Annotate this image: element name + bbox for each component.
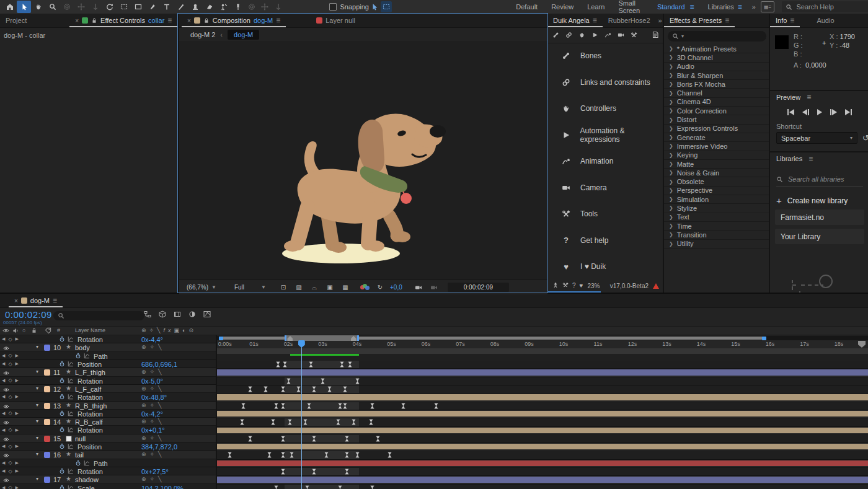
keyframe-navigator[interactable]: ◀◇▶: [2, 393, 24, 400]
layer-row-L_F_thigh[interactable]: ▾11★L_F_thigh⊛✧╲: [0, 368, 216, 376]
layer-row-body[interactable]: ▾10★body⊛✧╲: [0, 343, 216, 351]
type-tool-icon[interactable]: [159, 1, 174, 13]
composition-mini-flowchart-icon[interactable]: [144, 311, 151, 319]
effects-category[interactable]: ❯Time: [664, 222, 770, 231]
layer-row-null[interactable]: ▾15null⊛✧╲: [0, 434, 216, 443]
work-area-start-grip[interactable]: [287, 336, 293, 341]
workspace-standard[interactable]: Standard: [657, 3, 685, 11]
keyframe-navigator[interactable]: ◀◇▶: [2, 410, 24, 417]
duik-item-animation[interactable]: Animation: [547, 148, 664, 175]
panel-menu-icon[interactable]: ≡: [807, 93, 811, 102]
graph-icon[interactable]: [68, 443, 74, 451]
keyframe-icon[interactable]: [296, 386, 301, 392]
effects-category[interactable]: ❯Keying: [664, 151, 770, 160]
keyframe-icon[interactable]: [248, 386, 252, 392]
workspace-menu-icon[interactable]: ≡: [690, 2, 694, 11]
duik-item-i-duik[interactable]: ♥I ♥ Duik: [547, 253, 664, 280]
duik-item-controllers[interactable]: Controllers: [547, 95, 664, 122]
keyframe-icon[interactable]: [241, 403, 246, 409]
duik-status-heart-icon[interactable]: ♥: [580, 282, 583, 289]
keyframe-navigator[interactable]: ◀◇▶: [2, 352, 24, 359]
duik-item-bones[interactable]: Bones: [547, 43, 664, 69]
keyframe-icon[interactable]: [309, 361, 313, 368]
reset-exposure-icon[interactable]: ↻: [374, 283, 386, 293]
eraser-tool-icon[interactable]: [202, 1, 216, 13]
effects-category[interactable]: ❯Distort: [664, 115, 770, 124]
property-row-path[interactable]: ◀◇▶Path: [0, 352, 216, 360]
draft-3d-icon[interactable]: [159, 311, 166, 319]
workspace-default[interactable]: Default: [516, 3, 538, 11]
choose-view-layout-icon[interactable]: ⊡: [278, 283, 289, 293]
keyframe-icon[interactable]: [355, 452, 360, 458]
layer-row-shadow[interactable]: ▾17★shadow⊛✧╲: [0, 475, 216, 483]
layer-label-chip[interactable]: [44, 477, 50, 483]
effects-search-input[interactable]: ▾: [668, 31, 766, 42]
duik-hand-icon[interactable]: [578, 32, 585, 40]
property-name[interactable]: Rotation: [78, 336, 103, 343]
stopwatch-icon[interactable]: [59, 336, 65, 343]
collapse-caret-icon[interactable]: ▾: [36, 418, 38, 424]
keyframe-icon[interactable]: [345, 469, 349, 475]
region-of-interest-icon[interactable]: ▣: [324, 283, 335, 293]
stopwatch-icon[interactable]: [59, 361, 65, 368]
property-row-rotation[interactable]: ◀◇▶Rotation0x+0,1°: [0, 426, 216, 434]
effects-category[interactable]: ❯Matte: [664, 160, 770, 169]
keyframe-icon[interactable]: [288, 419, 292, 425]
prev-frame-button[interactable]: [802, 109, 809, 115]
layer-duration-bar[interactable]: [217, 394, 868, 400]
keyframe-row[interactable]: [217, 485, 868, 489]
library-item[interactable]: Farmasiet.no: [775, 209, 864, 225]
effects-category[interactable]: ❯Generate: [664, 133, 770, 142]
keyframe-icon[interactable]: [324, 452, 329, 458]
layer-name[interactable]: null: [75, 435, 86, 443]
keyframe-icon[interactable]: [343, 386, 347, 392]
frame-blending-icon[interactable]: [174, 311, 181, 319]
property-row-rotation[interactable]: ◀◇▶Rotation0x+27,5°: [0, 467, 216, 475]
more-workspaces-icon[interactable]: »: [752, 3, 755, 11]
reset-icon[interactable]: ↺: [862, 133, 868, 143]
effects-category[interactable]: ❯Color Correction: [664, 107, 770, 115]
layer-row-R_B_calf[interactable]: ▾14★R_B_calf⊛✧╲: [0, 418, 216, 426]
effects-category[interactable]: ❯Simulation: [664, 195, 770, 204]
graph-icon[interactable]: [84, 353, 90, 360]
tab-layer-null[interactable]: Layer null: [311, 14, 361, 27]
keyframe-icon[interactable]: [283, 361, 287, 368]
keyframe-icon[interactable]: [370, 485, 374, 489]
first-frame-button[interactable]: [787, 109, 794, 115]
workspace-libraries[interactable]: Libraries: [708, 3, 734, 11]
keyframe-row[interactable]: [217, 435, 868, 443]
effects-category[interactable]: ❯3D Channel: [664, 53, 770, 62]
collapse-caret-icon[interactable]: ▾: [36, 369, 38, 374]
graph-icon[interactable]: [84, 460, 90, 467]
property-name[interactable]: Rotation: [78, 410, 103, 418]
keyframe-icon[interactable]: [281, 403, 285, 409]
keyframe-icon[interactable]: [312, 436, 316, 442]
keyframe-icon[interactable]: [274, 403, 278, 409]
keyframe-icon[interactable]: [312, 469, 316, 475]
timeline-search-input[interactable]: [53, 311, 144, 320]
keyframe-icon[interactable]: [388, 452, 392, 458]
effects-category[interactable]: ❯Perspective: [664, 187, 770, 195]
property-value[interactable]: 104,2,100,0%: [141, 485, 184, 489]
work-area-end-grip[interactable]: [351, 336, 356, 341]
tnav-cap-left[interactable]: [219, 337, 223, 340]
brush-tool-icon[interactable]: [174, 1, 188, 13]
motion-blur-icon[interactable]: [188, 311, 196, 319]
effects-category[interactable]: ❯* Animation Presets: [664, 45, 770, 53]
layer-duration-bar-row[interactable]: [217, 394, 868, 402]
keyframe-icon[interactable]: [376, 436, 380, 442]
property-value[interactable]: 0x+0,1°: [141, 426, 165, 434]
graph-icon[interactable]: [68, 468, 74, 475]
library-item[interactable]: Your Library: [775, 229, 864, 244]
stopwatch-icon[interactable]: [75, 460, 81, 467]
libraries-search-input[interactable]: Search all libraries: [776, 172, 863, 187]
layer-duration-bar-row[interactable]: [217, 476, 868, 484]
keyframe-icon[interactable]: [303, 419, 308, 425]
layer-name[interactable]: L_F_calf: [75, 385, 101, 393]
layer-duration-bar[interactable]: [217, 477, 868, 482]
panel-menu-icon[interactable]: ≡: [593, 16, 597, 25]
graph-icon[interactable]: [68, 377, 74, 385]
tab-effects-presets[interactable]: Effects & Presets ≡: [664, 14, 735, 27]
close-icon[interactable]: ×: [14, 297, 18, 304]
keyframe-icon[interactable]: [343, 403, 347, 409]
